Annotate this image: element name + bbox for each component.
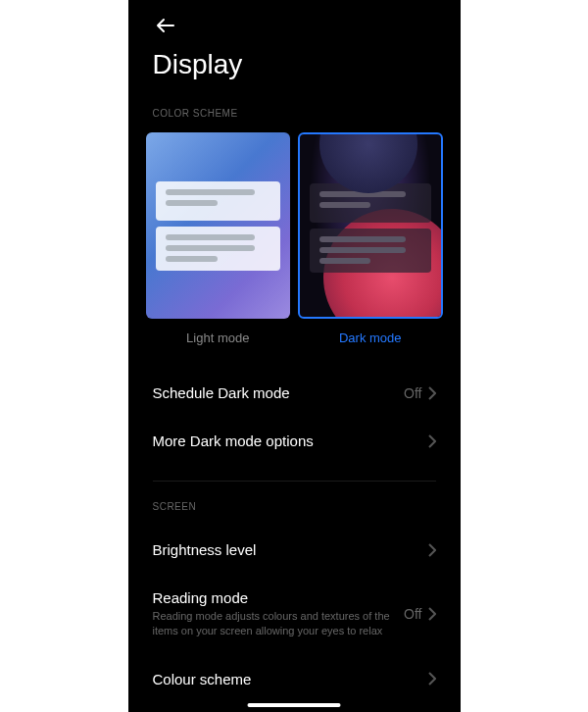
home-indicator[interactable] xyxy=(248,703,341,707)
reading-mode-value: Off xyxy=(404,606,421,622)
dark-mode-preview xyxy=(298,132,443,319)
color-scheme-options: Light mode Dark mode xyxy=(128,132,461,345)
dark-mode-label: Dark mode xyxy=(339,331,402,345)
dark-mode-option[interactable]: Dark mode xyxy=(298,132,443,345)
light-mode-label: Light mode xyxy=(186,331,249,345)
screen-section-label: SCREEN xyxy=(128,493,461,526)
reading-mode-row[interactable]: Reading mode Reading mode adjusts colour… xyxy=(128,574,461,655)
back-button[interactable] xyxy=(156,18,175,37)
light-mode-option[interactable]: Light mode xyxy=(146,132,291,345)
back-arrow-icon xyxy=(156,18,175,33)
more-dark-options-title: More Dark mode options xyxy=(153,432,428,449)
schedule-dark-title: Schedule Dark mode xyxy=(153,384,405,401)
brightness-title: Brightness level xyxy=(153,541,428,558)
chevron-right-icon xyxy=(428,434,436,448)
color-scheme-section-label: COLOR SCHEME xyxy=(128,100,461,132)
divider xyxy=(153,481,436,482)
settings-list: Schedule Dark mode Off More Dark mode op… xyxy=(128,345,461,703)
chevron-right-icon xyxy=(428,386,436,400)
chevron-right-icon xyxy=(428,607,436,621)
schedule-dark-value: Off xyxy=(404,385,421,401)
page-title: Display xyxy=(128,0,461,100)
reading-mode-subtitle: Reading mode adjusts colours and texture… xyxy=(153,609,398,639)
chevron-right-icon xyxy=(428,543,436,557)
schedule-dark-mode-row[interactable]: Schedule Dark mode Off xyxy=(128,369,461,417)
display-settings-screen: Display COLOR SCHEME Light mode xyxy=(128,0,461,712)
chevron-right-icon xyxy=(428,672,436,686)
brightness-level-row[interactable]: Brightness level xyxy=(128,526,461,574)
colour-scheme-row[interactable]: Colour scheme xyxy=(128,655,461,703)
reading-mode-title: Reading mode xyxy=(153,589,405,606)
colour-scheme-title: Colour scheme xyxy=(153,671,428,687)
light-mode-preview xyxy=(146,132,291,319)
more-dark-options-row[interactable]: More Dark mode options xyxy=(128,417,461,465)
